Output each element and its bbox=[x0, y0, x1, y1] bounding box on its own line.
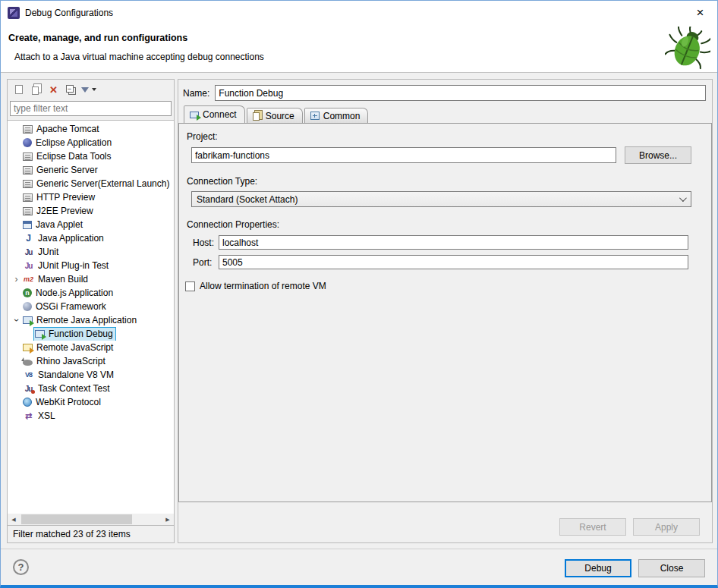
tree-item-generic-server-external-launch[interactable]: Generic Server(External Launch) bbox=[8, 177, 174, 190]
tree-item-function-debug[interactable]: Function Debug bbox=[8, 327, 174, 341]
port-input[interactable] bbox=[219, 255, 688, 269]
project-row: Browse... bbox=[191, 146, 691, 164]
tab-label: Common bbox=[323, 111, 361, 121]
connection-type-label: Connection Type: bbox=[187, 176, 711, 187]
v8-icon bbox=[23, 369, 34, 380]
tab-label: Source bbox=[266, 111, 294, 121]
scroll-left-icon[interactable]: ◀ bbox=[8, 514, 20, 525]
tree-item-label: J2EE Preview bbox=[36, 206, 93, 216]
project-input[interactable] bbox=[191, 147, 616, 163]
port-row: Port: bbox=[193, 255, 688, 269]
tree-item-label: Generic Server(External Launch) bbox=[36, 178, 169, 189]
tree-item-label: XSL bbox=[38, 410, 55, 421]
tree-item-label: Remote Java Application bbox=[36, 315, 137, 325]
tree-item-remote-javascript[interactable]: Remote JavaScript bbox=[8, 341, 174, 354]
java-icon bbox=[23, 233, 34, 244]
host-row: Host: bbox=[193, 235, 688, 250]
tree-item-junit[interactable]: JUnit bbox=[8, 245, 174, 259]
scroll-track[interactable] bbox=[20, 514, 162, 525]
help-button[interactable]: ? bbox=[13, 559, 29, 575]
window-icon bbox=[8, 7, 20, 19]
dialog-footer: ? Debug Close bbox=[1, 549, 717, 585]
tree-item-generic-server[interactable]: Generic Server bbox=[8, 163, 174, 177]
revert-button[interactable]: Revert bbox=[559, 518, 626, 536]
duplicate-configuration-icon[interactable] bbox=[27, 82, 45, 98]
allow-termination-checkbox[interactable]: Allow termination of remote VM bbox=[185, 281, 711, 291]
chevron-right-icon[interactable]: › bbox=[11, 275, 22, 284]
tree-item-xsl[interactable]: XSL bbox=[8, 409, 174, 423]
filter-configurations-icon[interactable] bbox=[80, 82, 97, 98]
tree-item-java-application[interactable]: Java Application bbox=[8, 231, 174, 245]
tree-item-label: Generic Server bbox=[36, 165, 98, 175]
tree-item-j2ee-preview[interactable]: J2EE Preview bbox=[8, 204, 174, 218]
close-window-button[interactable]: × bbox=[683, 1, 717, 24]
chevron-down-icon[interactable]: › bbox=[12, 315, 21, 326]
delete-configuration-icon[interactable]: ✕ bbox=[45, 82, 62, 98]
tree-item-junit-plug-in-test[interactable]: JUnit Plug-in Test bbox=[8, 259, 174, 272]
checkbox-box[interactable] bbox=[185, 281, 195, 291]
debug-button[interactable]: Debug bbox=[565, 559, 631, 577]
apply-button[interactable]: Apply bbox=[633, 518, 700, 536]
host-input[interactable] bbox=[219, 235, 688, 250]
tree-item-label: WebKit Protocol bbox=[36, 397, 101, 407]
new-configuration-icon[interactable] bbox=[10, 82, 27, 98]
tree-item-label: Java Applet bbox=[36, 219, 83, 230]
close-button[interactable]: Close bbox=[638, 559, 705, 577]
title-bar: Debug Configurations × bbox=[1, 1, 717, 24]
junit-plugin-icon bbox=[23, 260, 34, 271]
tree-item-rhino-javascript[interactable]: Rhino JavaScript bbox=[8, 354, 174, 368]
server-icon bbox=[23, 193, 33, 202]
tree-item-apache-tomcat[interactable]: Apache Tomcat bbox=[8, 122, 174, 136]
task-context-icon bbox=[23, 383, 34, 394]
tree-item-label: Java Application bbox=[38, 233, 104, 244]
tree-item-label: OSGi Framework bbox=[36, 301, 106, 312]
connect-tab-content: Project: Browse... Connection Type: Stan… bbox=[178, 123, 712, 502]
scroll-right-icon[interactable]: ▶ bbox=[162, 514, 174, 525]
browse-button[interactable]: Browse... bbox=[625, 146, 691, 164]
tab-label: Connect bbox=[203, 109, 237, 120]
tree-item-label: Apache Tomcat bbox=[36, 124, 99, 134]
revert-apply-row: Revert Apply bbox=[559, 518, 700, 536]
tree-item-label: Maven Build bbox=[38, 274, 88, 285]
tree-item-standalone-v8-vm[interactable]: Standalone V8 VM bbox=[8, 368, 174, 382]
tab-common[interactable]: Common bbox=[304, 108, 369, 123]
tree-item-osgi-framework[interactable]: OSGi Framework bbox=[8, 300, 174, 313]
tree-item-label: Eclipse Data Tools bbox=[36, 151, 112, 162]
name-input[interactable] bbox=[215, 85, 706, 101]
tab-source[interactable]: Source bbox=[247, 108, 303, 123]
tree-item-maven-build[interactable]: › Maven Build bbox=[8, 272, 174, 286]
tree-item-webkit-protocol[interactable]: WebKit Protocol bbox=[8, 395, 174, 409]
remote-js-icon bbox=[23, 344, 33, 351]
configuration-detail-panel: Name: Connect Source Common Project: Bro… bbox=[178, 79, 713, 543]
tree-item-java-applet[interactable]: Java Applet bbox=[8, 218, 174, 231]
tree-item-node-js-application[interactable]: Node.js Application bbox=[8, 286, 174, 300]
connect-tab-icon bbox=[190, 112, 199, 118]
connection-type-select[interactable]: Standard (Socket Attach) bbox=[191, 191, 691, 207]
allow-termination-label: Allow termination of remote VM bbox=[200, 281, 326, 291]
chevron-down-icon bbox=[679, 194, 687, 202]
scroll-thumb[interactable] bbox=[21, 514, 132, 524]
tree-item-task-context-test[interactable]: Task Context Test bbox=[8, 382, 174, 395]
tree-item-eclipse-application[interactable]: Eclipse Application bbox=[8, 136, 174, 149]
filter-input[interactable] bbox=[10, 101, 172, 116]
horizontal-scrollbar[interactable]: ◀ ▶ bbox=[8, 514, 174, 525]
dialog-description: Attach to a Java virtual machine accepti… bbox=[14, 52, 264, 62]
source-tab-icon bbox=[253, 112, 260, 121]
port-label: Port: bbox=[193, 257, 219, 268]
tab-bar: Connect Source Common bbox=[184, 106, 370, 123]
remote-java-icon bbox=[23, 316, 33, 324]
filter-status: Filter matched 23 of 23 items bbox=[13, 529, 131, 539]
tree-item-http-preview[interactable]: HTTP Preview bbox=[8, 190, 174, 204]
tab-connect[interactable]: Connect bbox=[184, 105, 245, 123]
tree-item-eclipse-data-tools[interactable]: Eclipse Data Tools bbox=[8, 149, 174, 163]
tree-item-remote-java-application[interactable]: › Remote Java Application bbox=[8, 313, 174, 327]
server-icon bbox=[23, 153, 33, 161]
tree-item-label: JUnit Plug-in Test bbox=[38, 260, 109, 271]
tree-item-label: Remote JavaScript bbox=[36, 342, 113, 353]
name-label: Name: bbox=[183, 88, 209, 99]
configuration-tree-rows: Apache Tomcat Eclipse Application Eclips… bbox=[8, 122, 174, 514]
tree-item-label: HTTP Preview bbox=[36, 192, 95, 203]
common-tab-icon bbox=[310, 112, 320, 120]
junit-icon bbox=[23, 247, 34, 257]
collapse-all-icon[interactable]: − bbox=[62, 82, 80, 98]
